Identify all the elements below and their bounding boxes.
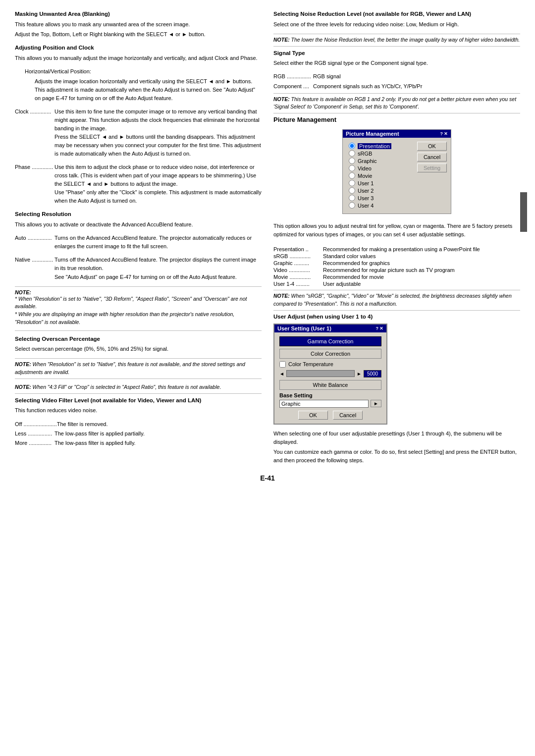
masking-para2: Adjust the Top, Bottom, Left or Right bl… [15,30,262,39]
phase-term: Phase .............. [15,163,54,205]
user-dialog-close-icon[interactable]: ✕ [379,326,383,331]
divider1 [15,330,262,331]
more-body: The low-pass filter is applied fully. [54,439,262,447]
user-setting-dialog[interactable]: User Setting (User 1) ? ✕ Gamma Correcti… [273,324,387,425]
cancel-button[interactable]: Cancel [417,153,447,162]
component-body: Component signals such as Y/Cb/Cr, Y/Pb/… [313,82,520,91]
user-dialog-question-icon[interactable]: ? [376,326,379,331]
noise-reduction-heading: Selecting Noise Reduction Level (not ava… [273,10,520,19]
native-def: Native .............. Turns off the Adva… [15,256,262,281]
radio-user4-input[interactable] [349,202,355,209]
less-body: The low-pass filter is applied partially… [54,430,262,438]
radio-presentation-label: Presentation [358,143,391,149]
color-temperature-checkbox[interactable] [279,361,286,368]
masking-para1: This feature allows you to mask any unwa… [15,20,262,29]
radio-user1[interactable]: User 1 [349,180,409,186]
radio-user3[interactable]: User 3 [349,195,409,201]
color-temperature-row: Color Temperature [279,361,381,368]
dialog-titlebar: Picture Management ? ✕ [343,130,451,138]
overscan-para: Select overscan percentage (0%, 5%, 10% … [15,345,262,353]
setting-button[interactable]: Setting [417,163,447,172]
selecting-resolution-para: This allows you to activate or deactivat… [15,220,262,229]
radio-user1-input[interactable] [349,180,355,186]
note-noise-text: The lower the Noise Reduction level, the… [291,37,520,43]
overscan-section: Selecting Overscan Percentage Select ove… [15,335,262,354]
page-container: Masking Unwanted Area (Blanking) This fe… [15,10,520,482]
radio-srgb-label: sRGB [358,151,372,157]
radio-video-input[interactable] [349,165,355,171]
native-term: Native .............. [15,256,54,281]
note-43-section: NOTE: When "4:3 Fill" or "Crop" is selec… [15,381,262,394]
note-pm-label: NOTE: [273,293,290,299]
dialog-close-icon[interactable]: ✕ [444,131,448,136]
clock-term: Clock .............. [15,108,54,158]
white-balance-button[interactable]: White Balance [279,380,381,390]
user-dialog-cancel-button[interactable]: Cancel [333,411,363,420]
radio-movie[interactable]: Movie [349,172,409,179]
picture-management-dialog-box[interactable]: Picture Management ? ✕ Presentation [342,129,451,214]
ok-button[interactable]: OK [417,142,447,151]
base-setting-select[interactable]: Graphic [279,400,369,408]
pm-description: This option allows you to adjust neutral… [273,222,520,239]
page-number: E-41 [15,474,520,482]
auto-body: Turns on the Advanced AccuBlend feature.… [54,234,262,251]
slider-track[interactable] [286,370,355,377]
user-adjust-para1: When selecting one of four user adjustab… [273,430,520,446]
note-signal-text: This feature is available on RGB 1 and 2… [273,96,516,110]
radio-user3-input[interactable] [349,195,355,201]
radio-movie-input[interactable] [349,172,355,179]
rgb-body: RGB signal [313,72,520,81]
user-dialog-content: Gamma Correction Color Correction Color … [274,332,386,424]
note-noise-section: NOTE: The lower the Noise Reduction leve… [273,34,520,47]
pm-presentation-body: Recommended for making a presentation us… [323,246,480,252]
radio-user2-input[interactable] [349,187,355,194]
native-body: Turns off the Advanced AccuBlend feature… [54,256,262,281]
pm-user14-def: User 1-4 ......... User adjustable [273,281,520,287]
dialog-question-icon[interactable]: ? [440,131,443,136]
left-column: Masking Unwanted Area (Blanking) This fe… [15,10,262,466]
slider-left-arrow[interactable]: ◄ [279,371,284,377]
radio-srgb[interactable]: sRGB [349,150,409,157]
noise-reduction-para: Select one of the three levels for reduc… [273,20,520,29]
radio-graphic-input[interactable] [349,158,355,164]
radio-user2-label: User 2 [358,188,374,194]
user-dialog-ok-cancel-row: OK Cancel [279,411,381,420]
radio-video[interactable]: Video [349,165,409,171]
rgb-def: RGB ................ RGB signal [273,72,520,81]
adjusting-position-heading: Adjusting Position and Clock [15,44,262,53]
radio-srgb-input[interactable] [349,150,355,157]
radio-user2[interactable]: User 2 [349,187,409,194]
pm-video-body: Recommended for regular picture such as … [323,267,455,273]
radio-presentation-input[interactable] [349,143,355,149]
note-signal-section: NOTE: This feature is available on RGB 1… [273,93,520,114]
user-dialog-ok-button[interactable]: OK [298,411,328,420]
picture-management-heading: Picture Management [273,116,520,123]
overscan-heading: Selecting Overscan Percentage [15,335,262,344]
gamma-correction-button[interactable]: Gamma Correction [279,336,381,346]
dialog-title-icons: ? ✕ [440,131,448,136]
auto-section: Auto ................ Turns on the Advan… [15,234,262,251]
component-term: Component .... [273,82,313,91]
phase-def: Phase .............. Use this item to ad… [15,163,262,205]
pm-graphic-term: Graphic .......... [273,260,323,266]
pm-user14-body: User adjustable [323,281,361,287]
radio-presentation[interactable]: Presentation [349,143,409,149]
base-setting-arrow[interactable]: ► [371,400,381,407]
pm-presentation-def: Presentation .. Recommended for making a… [273,246,520,252]
radio-user4[interactable]: User 4 [349,202,409,209]
radio-user4-label: User 4 [358,203,374,209]
slider-right-arrow[interactable]: ► [357,371,362,377]
color-correction-button[interactable]: Color Correction [279,349,381,359]
horiz-vert-label: Horizontal/Vertical Position: [25,67,262,76]
note-signal-label: NOTE: [273,96,290,102]
less-def: Less ................ The low-pass filte… [15,430,262,438]
pm-srgb-term: sRGB .............. [273,253,323,259]
less-term: Less ................ [15,430,54,438]
clock-body: Use this item to fine tune the computer … [54,108,262,158]
adjusting-position-para: This allows you to manually adjust the i… [15,54,262,62]
user-dialog-icons: ? ✕ [376,326,384,331]
radio-graphic[interactable]: Graphic [349,158,409,164]
user-dialog-titlebar: User Setting (User 1) ? ✕ [274,324,386,332]
auto-term: Auto ................ [15,234,54,251]
horiz-vert-body: Adjusts the image location horizontally … [35,77,262,103]
